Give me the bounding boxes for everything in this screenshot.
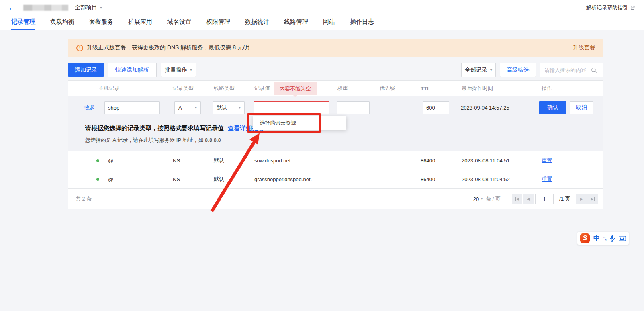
help-bold-text: 请根据您选择的记录类型，按照格式要求填写记录值 [85, 125, 224, 131]
ttl-input[interactable] [423, 101, 449, 114]
column-host: 主机记录 [84, 85, 169, 92]
row-checkbox[interactable] [74, 157, 74, 164]
tab-operation-log[interactable]: 操作日志 [350, 15, 374, 30]
upgrade-plan-link[interactable]: 升级套餐 [573, 44, 595, 51]
search-input[interactable] [544, 67, 591, 73]
chevron-down-icon: ▾ [190, 68, 192, 72]
total-pages-label: /1 页 [554, 194, 575, 204]
cancel-button[interactable]: 取消 [570, 101, 593, 114]
line-type-value: 默认 [217, 104, 227, 111]
project-selector-label: 全部项目 [75, 4, 97, 11]
weight-input[interactable] [337, 101, 370, 114]
column-last-op-time: 最后操作时间 [456, 85, 534, 92]
tab-bar: 记录管理 负载均衡 套餐服务 扩展应用 域名设置 权限管理 数据统计 线路管理 … [0, 15, 644, 30]
column-weight: 权重 [333, 85, 374, 92]
per-page-label: 条 / 页 [486, 195, 501, 203]
batch-operations-label: 批量操作 [165, 66, 187, 74]
keyboard-icon[interactable] [619, 236, 626, 241]
record-value-input[interactable] [254, 101, 329, 114]
tab-extension-app[interactable]: 扩展应用 [128, 15, 152, 30]
tencent-resource-option[interactable]: 选择腾讯云资源 [253, 116, 346, 130]
batch-operations-button[interactable]: 批量操作 ▾ [161, 63, 196, 77]
column-priority: 优先级 [374, 85, 414, 92]
line-type-select[interactable]: 默认 ▾ [213, 101, 245, 114]
back-icon[interactable]: ← [8, 4, 16, 12]
current-page-input[interactable]: 1 [535, 194, 554, 204]
prev-page-button[interactable]: ◀ [523, 194, 534, 204]
row-host: @ [108, 176, 113, 182]
table-row: @ NS 默认 grasshopper.dnspod.net. 86400 20… [68, 170, 603, 188]
tab-line-management[interactable]: 线路管理 [284, 15, 308, 30]
reset-link[interactable]: 重置 [542, 176, 552, 182]
punctuation-toggle[interactable]: °, [603, 235, 606, 241]
warning-icon: ! [76, 45, 83, 51]
microphone-icon[interactable] [610, 235, 615, 242]
tab-data-statistics[interactable]: 数据统计 [245, 15, 269, 30]
record-filter-label: 全部记录 [465, 66, 487, 74]
row-record-type: NS [169, 176, 207, 182]
edit-row-checkbox[interactable] [74, 104, 74, 111]
help-detail-text: 您选择的是 A 记录，请在此填写服务器 IP 地址，如 8.8.8.8 [85, 137, 603, 144]
total-count: 共 2 条 [76, 195, 92, 203]
row-checkbox[interactable] [74, 176, 74, 183]
add-record-button[interactable]: 添加记录 [68, 63, 104, 77]
search-icon[interactable] [591, 67, 597, 73]
last-page-icon [594, 197, 595, 201]
banner-message: 升级正式版套餐，获得更极致的 DNS 解析服务，最低仅需 8 元/月 [87, 44, 250, 51]
status-dot-icon [96, 159, 99, 162]
next-page-button[interactable]: ▶ [576, 194, 587, 204]
chevron-down-icon: ▾ [195, 106, 197, 110]
edit-row-time: 2023-09-04 14:57:25 [456, 105, 534, 111]
quick-add-button[interactable]: 快速添加解析 [108, 63, 157, 77]
row-host: @ [108, 158, 113, 164]
tab-record-management[interactable]: 记录管理 [11, 15, 35, 30]
page-body: ! 升级正式版套餐，获得更极致的 DNS 解析服务，最低仅需 8 元/月 升级套… [0, 30, 644, 311]
upgrade-banner: ! 升级正式版套餐，获得更极致的 DNS 解析服务，最低仅需 8 元/月 升级套… [68, 39, 603, 57]
table-row: @ NS 默认 sow.dnspod.net. 86400 2023-08-08… [68, 151, 603, 170]
tab-package-service[interactable]: 套餐服务 [89, 15, 113, 30]
row-record-type: NS [169, 158, 207, 164]
tab-domain-settings[interactable]: 域名设置 [167, 15, 191, 30]
record-type-select[interactable]: A ▾ [174, 101, 201, 114]
first-page-icon [515, 197, 516, 201]
reset-link[interactable]: 重置 [542, 157, 552, 163]
tab-load-balance[interactable]: 负载均衡 [50, 15, 74, 30]
tab-permission-management[interactable]: 权限管理 [206, 15, 230, 30]
search-box [540, 63, 603, 77]
records-table: 主机记录 记录类型 线路类型 记录值 权重 优先级 TTL 最后操作时间 操作 … [68, 80, 603, 209]
row-time: 2023-08-08 11:04:51 [456, 158, 534, 164]
project-selector[interactable]: 全部项目 ▾ [75, 4, 102, 11]
last-page-button[interactable]: ▶ [587, 194, 598, 204]
advanced-filter-button[interactable]: 高级筛选 [500, 63, 536, 77]
first-page-button[interactable]: ◀ [512, 194, 522, 204]
prev-page-icon: ◀ [527, 197, 530, 201]
row-ttl: 86400 [414, 176, 456, 182]
external-link-icon [630, 5, 635, 10]
column-line-type: 线路类型 [207, 85, 251, 92]
next-page-icon: ▶ [580, 197, 583, 201]
sogou-logo-icon[interactable]: S [580, 233, 590, 243]
error-tooltip: 内容不能为空 [274, 82, 317, 95]
header-checkbox[interactable] [74, 85, 74, 92]
help-guide-label: 解析记录帮助指引 [586, 4, 628, 11]
row-time: 2023-08-08 11:04:52 [456, 176, 534, 182]
ime-language-toggle[interactable]: 中 [593, 234, 600, 243]
record-filter-dropdown[interactable]: 全部记录 ▾ [461, 63, 496, 77]
help-guide-link[interactable]: 解析记录帮助指引 [586, 4, 635, 11]
row-record-value: grasshopper.dnspod.net. [251, 176, 333, 182]
table-footer: 共 2 条 20 ▾ 条 / 页 ◀ ◀ 1 /1 页 ▶ ▶ [68, 188, 603, 209]
tab-website[interactable]: 网站 [323, 15, 335, 30]
host-input[interactable] [104, 101, 160, 114]
page-size-value: 20 [473, 196, 479, 202]
confirm-button[interactable]: 确认 [539, 101, 566, 114]
page-size-selector[interactable]: 20 ▾ [473, 196, 483, 202]
chevron-down-icon: ▾ [239, 106, 241, 110]
chevron-down-icon: ▾ [100, 6, 102, 10]
chevron-down-icon: ▾ [490, 68, 492, 72]
redacted-domain-name [23, 5, 68, 11]
row-line-type: 默认 [207, 176, 251, 183]
column-record-type: 记录类型 [169, 85, 207, 92]
collapse-link[interactable]: 收起 [84, 104, 95, 111]
row-line-type: 默认 [207, 157, 251, 164]
column-actions: 操作 [534, 85, 603, 92]
